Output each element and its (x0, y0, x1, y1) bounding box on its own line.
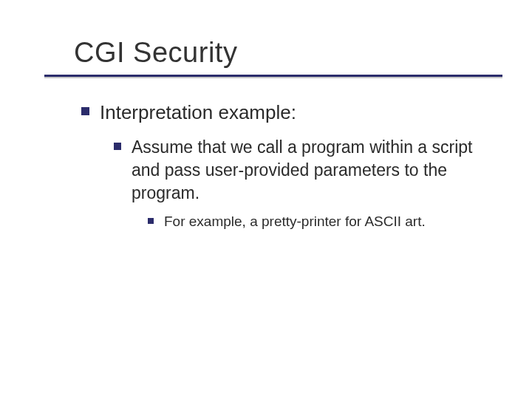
bullet-level-3: For example, a pretty-printer for ASCII … (148, 212, 488, 231)
bullet-level-3-text: For example, a pretty-printer for ASCII … (164, 212, 426, 231)
bullet-level-1: Interpretation example: (81, 100, 488, 126)
bullet-level-2-text: Assume that we call a program within a s… (132, 136, 488, 205)
bullet-level-2: Assume that we call a program within a s… (114, 136, 488, 205)
square-bullet-icon (148, 218, 154, 224)
slide: CGI Security Interpretation example: Ass… (0, 0, 532, 399)
slide-title: CGI Security (74, 37, 488, 69)
title-underline (44, 75, 502, 78)
square-bullet-icon (114, 143, 121, 150)
square-bullet-icon (81, 107, 89, 115)
bullet-level-1-text: Interpretation example: (100, 100, 296, 126)
